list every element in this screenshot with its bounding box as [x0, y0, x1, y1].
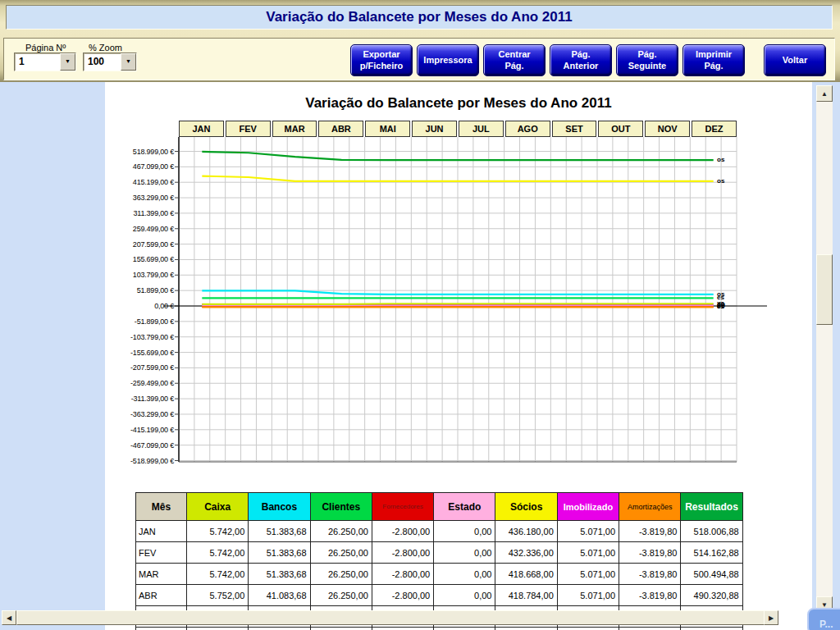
y-axis-label: -51.899,00 € [105, 317, 174, 326]
value-cell: 51.383,68 [249, 564, 310, 585]
page-number-value: 1 [15, 53, 60, 71]
horizontal-scrollbar-thumb[interactable] [16, 610, 765, 625]
value-cell: 26.250,00 [310, 542, 372, 564]
value-cell: 26.250,00 [310, 521, 372, 542]
page-number-label: Página Nº [25, 43, 66, 52]
y-axis-label: -415.199,00 € [105, 426, 174, 434]
y-axis-label: 467.099,00 € [105, 162, 174, 171]
app-header: Variação do Balancete por Meses do Ano 2… [0, 0, 840, 82]
zoom-select[interactable]: 100 ▼ [83, 52, 137, 71]
y-axis-label: 363.299,00 € [105, 194, 174, 202]
toolbar: Página Nº 1 ▼ % Zoom 100 ▼ Exportar p/Fi… [3, 38, 835, 80]
value-cell: 5.742,00 [187, 564, 249, 585]
value-cell: 5.071,00 [557, 585, 619, 606]
balance-table: MêsCaixaBancosClientesFornecedoresEstado… [135, 492, 743, 630]
value-cell: 0,00 [434, 542, 495, 564]
value-cell [681, 628, 742, 630]
column-header-amortizações: Amortizações [619, 493, 681, 521]
value-cell [249, 628, 310, 630]
value-cell: 5.071,00 [557, 564, 619, 585]
edge-label-amortizações: es [717, 304, 724, 310]
window-title: Variação do Balancete por Meses do Ano 2… [266, 9, 573, 25]
column-header-fornecedores: Fornecedores [372, 493, 433, 521]
series-line-caixa [202, 304, 713, 304]
centrar-pag-button[interactable]: Centrar Pág. [483, 44, 546, 76]
corner-p-button[interactable]: P... [807, 608, 840, 630]
value-cell: 26.250,00 [310, 564, 372, 585]
scroll-left-icon[interactable]: ◀ [2, 610, 16, 625]
value-cell: 418.668,00 [495, 564, 557, 585]
pag-seguinte-button[interactable]: Pág. Seguinte [616, 44, 678, 76]
chevron-down-icon[interactable]: ▼ [60, 53, 75, 71]
vertical-scrollbar[interactable]: ▲ ▼ [816, 85, 833, 611]
month-cell: ABR [136, 585, 187, 606]
pag-anterior-button[interactable]: Pág. Anterior [550, 44, 612, 76]
value-cell: 0,00 [434, 564, 495, 585]
y-axis-label: -259.499,00 € [105, 379, 174, 387]
month-cell: FEV [136, 542, 187, 564]
y-axis-label: -207.599,00 € [105, 363, 174, 372]
table-row-partial [136, 628, 743, 630]
y-axis-label: -155.699,00 € [105, 349, 174, 357]
month-cell: MAR [136, 564, 187, 585]
edge-label-resultados: os [717, 157, 724, 163]
value-cell [310, 628, 372, 630]
y-axis-label: -103.799,00 € [105, 333, 174, 341]
y-axis-label: -467.099,00 € [105, 441, 174, 450]
y-axis-label: 51.899,00 € [105, 286, 174, 294]
zoom-label: % Zoom [89, 43, 122, 52]
y-axis-label: 259.499,00 € [105, 225, 174, 233]
y-axis-label: 207.599,00 € [105, 240, 174, 249]
y-axis-label: 0,00 € [105, 302, 174, 310]
value-cell [372, 628, 433, 630]
table-row: ABR5.752,0041.083,6826.250,00-2.800,000,… [136, 585, 743, 606]
horizontal-scrollbar[interactable]: ◀ ▶ [2, 610, 778, 625]
column-header-clientes: Clientes [310, 493, 372, 521]
vertical-scrollbar-thumb[interactable] [816, 254, 833, 325]
page-number-select[interactable]: 1 ▼ [14, 52, 76, 71]
y-axis-label: 311.399,00 € [105, 209, 174, 217]
imprimir-pag-button[interactable]: Imprimir Pág. [682, 44, 745, 76]
value-cell: 26.250,00 [310, 585, 372, 606]
exportar-ficheiro-button[interactable]: Exportar p/Ficheiro [350, 44, 413, 76]
value-cell: 51.383,68 [249, 521, 310, 542]
y-axis-label: 518.999,00 € [105, 148, 174, 156]
value-cell: 418.784,00 [495, 585, 557, 606]
value-cell [495, 628, 557, 630]
column-header-imobilizado: Imobilizado [557, 493, 619, 521]
value-cell: 0,00 [434, 521, 495, 542]
table-header-row: MêsCaixaBancosClientesFornecedoresEstado… [136, 493, 743, 521]
column-header-mês: Mês [136, 493, 187, 521]
value-cell [557, 628, 619, 630]
zoom-value: 100 [84, 53, 121, 71]
impressora-button[interactable]: Impressora [417, 44, 479, 76]
value-cell: 432.336,00 [495, 542, 557, 564]
chevron-down-icon[interactable]: ▼ [121, 53, 136, 71]
value-cell: -2.800,00 [372, 542, 433, 564]
column-header-caixa: Caixa [187, 493, 249, 521]
table-row: JAN5.742,0051.383,6826.250,00-2.800,000,… [136, 521, 743, 542]
value-cell: -3.819,80 [619, 564, 681, 585]
edge-label-sócios: os [717, 178, 724, 185]
y-axis-label: -363.299,00 € [105, 410, 174, 418]
value-cell: -2.800,00 [372, 564, 433, 585]
scroll-right-icon[interactable]: ▶ [764, 610, 778, 625]
report-viewport: Variação do Balancete por Meses do Ano 2… [0, 82, 840, 630]
y-axis-label: 103.799,00 € [105, 271, 174, 279]
value-cell: 5.742,00 [187, 542, 249, 564]
column-header-bancos: Bancos [249, 493, 310, 521]
value-cell [136, 628, 187, 630]
table-row: FEV5.742,0051.383,6826.250,00-2.800,000,… [136, 542, 743, 564]
value-cell: 5.752,00 [187, 585, 249, 606]
value-cell: -2.800,00 [372, 521, 433, 542]
month-cell: JAN [136, 521, 187, 542]
value-cell: 490.320,88 [681, 585, 742, 606]
value-cell: 518.006,88 [681, 521, 742, 542]
toolbar-buttons: Exportar p/FicheiroImpressoraCentrar Pág… [350, 44, 826, 76]
value-cell: -3.819,80 [619, 542, 681, 564]
report-page: Variação do Balancete por Meses do Ano 2… [105, 82, 812, 630]
voltar-button[interactable]: Voltar [764, 44, 826, 76]
scroll-up-icon[interactable]: ▲ [816, 85, 833, 102]
value-cell: -3.819,80 [619, 585, 681, 606]
value-cell: 5.742,00 [187, 521, 249, 542]
